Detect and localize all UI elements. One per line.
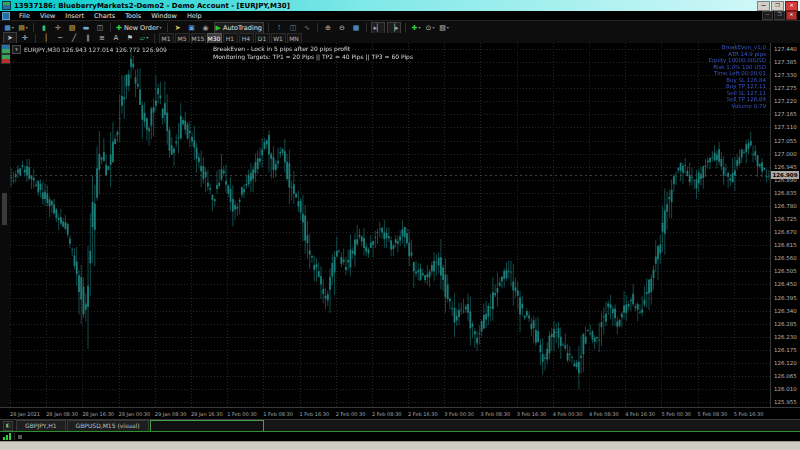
menu-file[interactable]: File: [14, 12, 35, 20]
price-axis-label: 126.175: [774, 347, 797, 353]
price-axis-label: 125.955: [774, 399, 797, 405]
periods-icon: ⊙: [426, 23, 432, 33]
periods-button[interactable]: ⊙▾: [424, 23, 436, 33]
zoom-out-button[interactable]: ⊖: [336, 23, 348, 33]
menu-charts[interactable]: Charts: [89, 12, 120, 20]
child-restore-button[interactable]: ❐: [774, 11, 785, 20]
new-order-button-label: New Order: [124, 23, 159, 33]
new-chart-button[interactable]: ▦▾: [3, 23, 15, 33]
community-button[interactable]: ◉: [200, 23, 212, 33]
price-axis-label: 127.055: [774, 138, 797, 144]
templates-icon: ▧: [439, 23, 446, 33]
indicators-button[interactable]: ✚▾: [410, 23, 422, 33]
close-button[interactable]: ✕: [785, 1, 798, 11]
price-axis-label: 127.385: [774, 59, 797, 65]
horizontal-line-tool[interactable]: ─: [54, 33, 66, 43]
zoom-out-icon: ⊖: [339, 23, 345, 33]
timeframe-h4-button[interactable]: H4: [239, 33, 254, 44]
market-button[interactable]: ▣: [186, 23, 198, 33]
cursor-icon: ➤: [7, 33, 13, 43]
label-icon: ⚑: [127, 33, 133, 43]
navigator-button[interactable]: ▨: [66, 23, 78, 33]
title-bar: 13937186: BlueberryMarkets2-Demo2 - Demo…: [0, 0, 800, 11]
chart-window-icon: [2, 12, 10, 20]
chevron-down-icon: ▾: [447, 23, 449, 33]
timeframe-m15-button[interactable]: M15: [191, 33, 206, 44]
strategy-tester-button[interactable]: ◫: [94, 23, 106, 33]
tab-list-icon[interactable]: ◧: [3, 421, 13, 431]
data-window-button[interactable]: ✛: [52, 23, 64, 33]
time-axis-label: 2 Feb 16:30: [408, 411, 438, 417]
bar-chart-button[interactable]: ⊺: [273, 23, 285, 33]
fibonacci-tool[interactable]: ≡: [96, 33, 108, 43]
time-axis-label: 1 Feb 00:30: [227, 411, 257, 417]
line-chart-button[interactable]: ∿: [301, 23, 313, 33]
price-axis-label: 126.010: [774, 386, 797, 392]
maximize-button[interactable]: ❐: [771, 1, 784, 11]
child-close-button[interactable]: ✕: [786, 11, 797, 20]
strategy-tester-icon: ◫: [97, 23, 104, 33]
time-axis-label: 29 Jan 08:30: [155, 411, 187, 417]
new-order-button[interactable]: ✚New Order▾: [115, 23, 163, 33]
toolbar-separator: [35, 34, 36, 43]
market-icon: ▣: [188, 23, 195, 33]
timeframe-w1-button[interactable]: W1: [271, 33, 286, 44]
timeframe-m30-button[interactable]: M30: [207, 33, 222, 44]
timeframe-h1-button[interactable]: H1: [223, 33, 238, 44]
app-icon: [2, 1, 11, 10]
auto-scroll-button[interactable]: ▸▏: [371, 22, 385, 34]
navigator-icon: ▨: [69, 23, 76, 33]
text-tool[interactable]: A: [110, 33, 122, 43]
mt4-window: 13937186: BlueberryMarkets2-Demo2 - Demo…: [0, 0, 800, 450]
time-axis-label: 28 Jan 08:30: [46, 411, 78, 417]
ea-info-panel: BreakEven_v1.0ATR 14.9 pipsEquity 10000.…: [709, 44, 766, 109]
autotrading-icon: ▶: [216, 23, 221, 33]
channel-tool[interactable]: ∥: [82, 33, 94, 43]
menu-tools[interactable]: Tools: [120, 12, 146, 20]
price-axis-label: 126.230: [774, 334, 797, 340]
time-axis-label: 5 Feb 00:30: [661, 411, 691, 417]
legend-toggle-icon[interactable]: ▾: [12, 45, 21, 54]
price-axis-label: 127.000: [774, 151, 797, 157]
profiles-button[interactable]: ▤▾: [17, 23, 29, 33]
time-axis-label: 1 Feb 08:30: [263, 411, 293, 417]
price-axis-label: 127.275: [774, 85, 797, 91]
tile-windows-button[interactable]: ▦: [350, 23, 362, 33]
templates-button[interactable]: ▧▾: [438, 23, 450, 33]
price-axis-label: 126.285: [774, 321, 797, 327]
menu-view[interactable]: View: [35, 12, 60, 20]
minimize-button[interactable]: —: [757, 1, 770, 11]
trendline-tool[interactable]: ╱: [68, 33, 80, 43]
toolbar-separator: [405, 23, 406, 32]
menu-bar: FileViewInsertChartsToolsWindowHelp —❐✕: [0, 11, 800, 20]
menu-window[interactable]: Window: [146, 12, 182, 20]
metaeditor-button[interactable]: ➤: [172, 23, 184, 33]
vertical-line-tool[interactable]: │: [40, 33, 52, 43]
shapes-tool[interactable]: ▱▾: [138, 33, 150, 43]
price-axis-label: 127.330: [774, 72, 797, 78]
child-minimize-button[interactable]: —: [762, 11, 773, 20]
market-watch-button[interactable]: ▮: [38, 23, 50, 33]
label-tool[interactable]: ⚑: [124, 33, 136, 43]
ea-comment: BreakEven - Lock in 5 pips after 20 pips…: [213, 45, 413, 61]
time-axis-label: 4 Feb 08:30: [589, 411, 619, 417]
terminal-button[interactable]: ▬: [80, 23, 92, 33]
candlestick-chart-button[interactable]: ◫: [287, 23, 299, 33]
zoom-in-icon: ⊕: [325, 23, 331, 33]
timeframe-d1-button[interactable]: D1: [255, 33, 270, 44]
terminal-icon: ▬: [83, 23, 90, 33]
price-axis[interactable]: 127.440127.385127.330127.275127.220127.1…: [770, 43, 800, 407]
price-chart-canvas[interactable]: [10, 43, 770, 407]
menu-help[interactable]: Help: [182, 12, 207, 20]
zoom-in-button[interactable]: ⊕: [322, 23, 334, 33]
scrollbar-thumb[interactable]: [2, 193, 7, 225]
timeframe-m1-button[interactable]: M1: [159, 33, 174, 44]
timeframe-mn-button[interactable]: MN: [287, 33, 302, 44]
timeframe-m5-button[interactable]: M5: [175, 33, 190, 44]
menu-insert[interactable]: Insert: [60, 12, 89, 20]
chart-shift-button[interactable]: ▕▸: [387, 22, 401, 34]
crosshair-tool[interactable]: ✛: [19, 33, 31, 43]
ea-panel-line-9: Volume 0.79: [709, 103, 766, 110]
ohlc-legend: ▾ EURJPY,M30 126.943 127.014 126.772 126…: [12, 45, 167, 54]
new-order-icon: ✚: [116, 23, 122, 33]
